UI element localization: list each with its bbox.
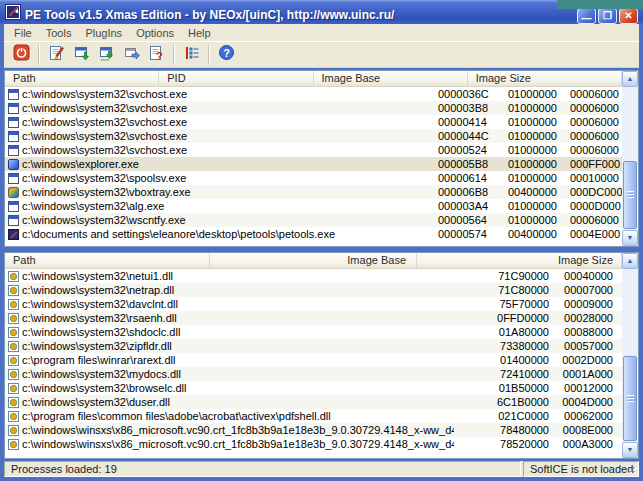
module-row[interactable]: c:\program files\common files\adobe\acro…	[5, 409, 622, 423]
path-text: c:\windows\system32\svchost.exe	[22, 87, 187, 101]
dll-file-icon	[8, 313, 19, 324]
svg-text:?: ?	[223, 47, 230, 59]
dll-file-icon	[8, 355, 19, 366]
scroll-down-icon[interactable]: ▼	[622, 230, 638, 246]
process-list-rows: c:\windows\system32\svchost.exe0000036C0…	[5, 87, 622, 246]
scroll-down-icon[interactable]: ▼	[622, 442, 638, 458]
close-button[interactable]: ✕	[619, 8, 638, 24]
module-scrollbar[interactable]: ▲ ▼	[622, 253, 638, 458]
image-base-value: 72410000	[454, 367, 562, 381]
module-row[interactable]: c:\windows\system32\rsaenh.dll0FFD000000…	[5, 311, 622, 325]
module-row[interactable]: c:\windows\system32\browselc.dll01B50000…	[5, 381, 622, 395]
image-base-value: 0FFD0000	[454, 311, 562, 325]
process-row[interactable]: c:\windows\system32\wscntfy.exe000005640…	[5, 213, 622, 227]
pid-value: 000005B8	[430, 157, 498, 171]
help-button[interactable]: ?	[215, 43, 238, 66]
list-icon	[183, 44, 201, 66]
scroll-thumb[interactable]	[623, 356, 637, 441]
column-header-path[interactable]: Path	[5, 253, 210, 268]
image-base-value: 01000000	[498, 129, 563, 143]
dll-file-icon	[8, 299, 19, 310]
path-text: c:\windows\system32\wscntfy.exe	[22, 213, 186, 227]
path-text: c:\windows\system32\spoolsv.exe	[22, 171, 186, 185]
image-base-value: 01400000	[454, 353, 562, 367]
module-row[interactable]: c:\windows\system32\netui1.dll71C9000000…	[5, 269, 622, 283]
column-header-image-base[interactable]: Image Base	[210, 253, 417, 268]
module-row[interactable]: c:\windows\system32\davclnt.dll75F700000…	[5, 297, 622, 311]
module-row[interactable]: c:\windows\system32\zipfldr.dll733800000…	[5, 339, 622, 353]
scroll-thumb[interactable]	[623, 161, 637, 229]
menu-item-options[interactable]: Options	[129, 26, 181, 40]
menu-item-help[interactable]: Help	[181, 26, 218, 40]
export-icon	[123, 44, 141, 66]
image-base-value: 01000000	[498, 213, 563, 227]
pid-value: 000003A4	[430, 199, 498, 213]
pid-value: 0000044C	[430, 129, 498, 143]
column-header-image-size[interactable]: Image Size	[417, 253, 622, 268]
path-text: c:\windows\system32\vboxtray.exe	[22, 185, 191, 199]
image-base-value: 71C90000	[454, 269, 562, 283]
menu-item-plugins[interactable]: PlugIns	[78, 26, 129, 40]
terminate-process-button[interactable]	[10, 43, 33, 66]
image-base-value: 01000000	[498, 101, 563, 115]
maximize-button[interactable]: ❐	[598, 8, 617, 24]
dll-file-icon	[8, 383, 19, 394]
module-row[interactable]: c:\windows\system32\netrap.dll71C8000000…	[5, 283, 622, 297]
process-row[interactable]: c:\windows\system32\svchost.exe000003B80…	[5, 101, 622, 115]
toolbar-separator	[38, 45, 40, 65]
process-row[interactable]: c:\windows\system32\alg.exe000003A401000…	[5, 199, 622, 213]
process-row[interactable]: c:\windows\system32\svchost.exe0000044C0…	[5, 129, 622, 143]
pe-sniffer-button[interactable]: ?	[145, 43, 168, 66]
dump-region-button[interactable]	[95, 43, 118, 66]
image-size-value: 0008E000	[562, 423, 622, 437]
process-row[interactable]: c:\documents and settings\eleanore\deskt…	[5, 227, 622, 241]
window-file-icon	[8, 117, 19, 128]
column-header-path[interactable]: Path	[5, 71, 159, 86]
column-header-image-base[interactable]: Image Base	[314, 71, 468, 86]
scroll-up-icon[interactable]: ▲	[622, 71, 638, 87]
app-icon	[5, 4, 21, 20]
module-row[interactable]: c:\program files\winrar\rarext.dll014000…	[5, 353, 622, 367]
process-row[interactable]: c:\windows\system32\spoolsv.exe000006140…	[5, 171, 622, 185]
image-base-value: 73380000	[454, 339, 562, 353]
process-row[interactable]: c:\windows\system32\svchost.exe0000036C0…	[5, 87, 622, 101]
menu-bar: FileToolsPlugInsOptionsHelp	[4, 24, 639, 41]
task-export-button[interactable]	[120, 43, 143, 66]
menu-item-file[interactable]: File	[7, 26, 39, 40]
pe-editor-button[interactable]	[45, 43, 68, 66]
title-bar[interactable]: PE Tools v1.5 Xmas Edition - by NEOx/[ui…	[0, 0, 643, 24]
dump-full-button[interactable]	[70, 43, 93, 66]
column-header-pid[interactable]: PID	[159, 71, 313, 86]
resize-grip-icon[interactable]	[625, 463, 637, 475]
image-base-value: 01000000	[498, 171, 563, 185]
process-row[interactable]: c:\windows\system32\svchost.exe000005240…	[5, 143, 622, 157]
minimize-button[interactable]: —	[577, 8, 596, 24]
image-size-value: 0001A000	[562, 367, 622, 381]
process-scrollbar[interactable]: ▲ ▼	[622, 71, 638, 246]
column-header-image-size[interactable]: Image Size	[468, 71, 622, 86]
module-row[interactable]: c:\windows\system32\duser.dll6C1B0000000…	[5, 395, 622, 409]
scroll-up-icon[interactable]: ▲	[622, 253, 638, 269]
window-file-icon	[8, 201, 19, 212]
path-text: c:\windows\system32\shdoclc.dll	[22, 325, 180, 339]
module-row[interactable]: c:\windows\winsxs\x86_microsoft.vc90.crt…	[5, 423, 622, 437]
edit-icon	[48, 44, 66, 66]
pid-value: 00000614	[430, 171, 498, 185]
image-size-value: 00088000	[562, 325, 622, 339]
module-row[interactable]: c:\windows\winsxs\x86_microsoft.vc90.crt…	[5, 437, 622, 451]
process-row[interactable]: c:\windows\explorer.exe000005B8010000000…	[5, 157, 622, 171]
image-base-value: 00400000	[498, 185, 563, 199]
image-size-value: 000FF000	[563, 157, 622, 171]
pid-value: 000006B8	[430, 185, 498, 199]
module-row[interactable]: c:\windows\system32\shdoclc.dll01A800000…	[5, 325, 622, 339]
menu-item-tools[interactable]: Tools	[39, 26, 79, 40]
image-base-value: 01000000	[498, 199, 563, 213]
window-file-icon	[8, 173, 19, 184]
window-file-icon	[8, 131, 19, 142]
options-button[interactable]	[180, 43, 203, 66]
image-size-value: 000DC000	[563, 185, 622, 199]
image-size-value: 00006000	[563, 143, 622, 157]
module-row[interactable]: c:\windows\system32\mydocs.dll7241000000…	[5, 367, 622, 381]
process-row[interactable]: c:\windows\system32\svchost.exe000004140…	[5, 115, 622, 129]
process-row[interactable]: c:\windows\system32\vboxtray.exe000006B8…	[5, 185, 622, 199]
